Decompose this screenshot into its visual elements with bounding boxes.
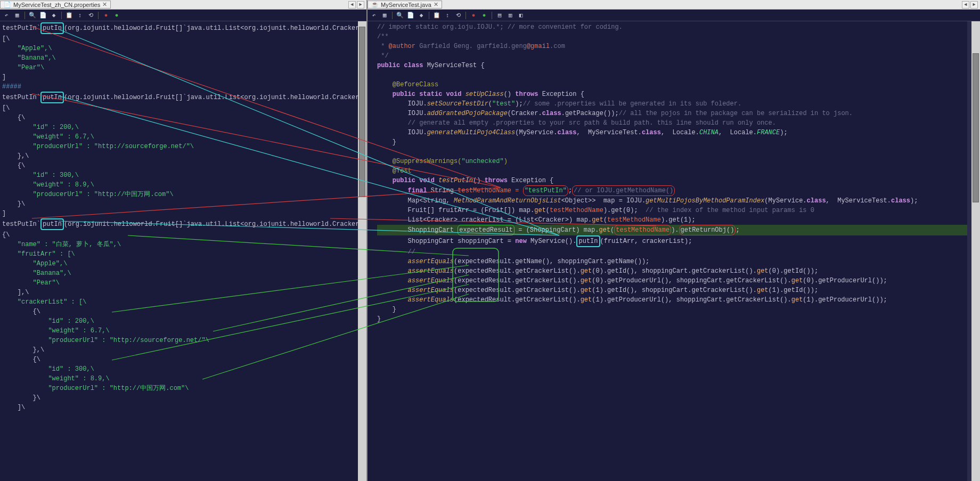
tool-clip-icon[interactable]: 📋 [65,11,74,20]
code-line: "name" : "白菜, 萝卜, 冬瓜",\ [2,241,121,248]
code-line: assertEquals(expectedResult.getCrackerLi… [377,296,887,304]
separator [24,12,25,19]
code-line: @BeforeClass [377,81,438,88]
tab-title: MyServiceTest.java [381,2,431,8]
putIn-box: putIn [40,92,64,103]
tool-mark-icon[interactable]: ◆ [417,11,426,20]
code-line: Map<String, MethodParamAndReturnObjsList… [377,197,918,205]
tool-doc-icon[interactable]: 📄 [406,11,415,20]
tool-run-icon[interactable]: ● [480,11,488,20]
code-line: // import static org.ioju.IOJU.*; // mor… [377,23,623,31]
code-line: assertEquals(expectedResult.getCrackerLi… [377,287,818,294]
code-line: @Test [377,167,412,175]
code-line: {\ [2,231,10,239]
file-icon: 📄 [4,1,11,8]
tab-prev-icon[interactable]: ◄ [962,1,969,9]
tool-doc-icon[interactable]: 📄 [39,11,47,20]
code-line: "weight" : 8.9,\ [2,375,110,382]
right-editor-pane: ☕ MyServiceTest.java ✕ ◄ ► ↶ ▦ 🔍 📄 ◆ 📋 ↕… [368,0,980,481]
code-line: "id" : 200,\ [2,124,79,131]
code-line: final String testMethodName = "testPutIn… [377,187,675,194]
code-line: },\ [2,152,29,160]
scrollbar-vertical[interactable] [971,21,980,481]
code-line: ##### [2,83,21,91]
scrollbar-thumb[interactable] [973,53,979,202]
tool-grid-icon[interactable]: ▦ [13,11,21,20]
code-line: "crackerList" : [\ [2,298,86,306]
left-code[interactable]: testPutIn`putIn(org.iojunit.helloworld.F… [0,21,366,413]
tool-sort-icon[interactable]: ↕ [443,11,452,20]
code-line: testPutIn`putIn(org.iojunit.helloworld.F… [2,25,366,32]
tool-search-icon[interactable]: 🔍 [396,11,404,20]
tool-mark-icon[interactable]: ◆ [50,11,58,20]
tool-refresh-icon[interactable]: ⟲ [86,11,95,20]
tool-run-icon[interactable]: ● [112,11,121,20]
code-line: @SuppressWarnings("unchecked") [377,158,508,165]
tab-prev-icon[interactable]: ◄ [348,1,356,9]
tool-extra1-icon[interactable]: ▤ [495,11,504,20]
tool-record-icon[interactable]: ● [102,11,110,20]
code-line: } [377,315,381,323]
right-editor[interactable]: // import static org.ioju.IOJU.*; // mor… [368,21,980,481]
tool-extra2-icon[interactable]: ▥ [506,11,514,20]
gutter [368,21,375,325]
expected-result-box: expectedResult [458,225,514,235]
code-line: "id" : 200,\ [2,317,94,325]
tool-record-icon[interactable]: ● [469,11,478,20]
code-line: "Pear"\ [2,64,44,71]
code-line: "producerUrl" : "http://sourceforge.net/… [2,337,209,344]
separator [98,12,99,19]
left-editor-pane: 📄 MyServiceTest_zh_CN.properties ✕ ◄ ► ↶… [0,0,368,481]
code-line: testPutIn`putIn(org.iojunit.helloworld.F… [2,94,366,101]
code-line: "weight" : 6.7,\ [2,133,94,141]
code-line: },\ [2,346,44,354]
close-icon[interactable]: ✕ [102,1,107,8]
right-code[interactable]: // import static org.ioju.IOJU.*; // mor… [375,21,980,325]
separator [61,12,62,19]
tool-undo-icon[interactable]: ↶ [370,11,378,20]
code-line: "weight" : 6.7,\ [2,327,110,335]
minimap[interactable] [967,21,971,481]
code-line: */ [377,52,389,60]
close-icon[interactable]: ✕ [434,1,438,8]
code-line: } [377,138,396,146]
comment-box: // or IOJU.getMethodName() [572,185,675,196]
code-line: assertEquals(expectedResult.getCrackerLi… [377,267,818,275]
tool-extra3-icon[interactable]: ◧ [517,11,525,20]
code-line: testPutIn`putIn(org.iojunit.helloworld.F… [2,221,366,228]
code-line: IOJU.addGrantedPojoPackage(Cracker.class… [377,110,853,117]
scrollbar-thumb[interactable] [359,27,365,197]
code-line: "producerUrl" : "http://sourceforge.net/… [2,143,194,150]
code-line: IOJU.setSourceTestDir("test");// some .p… [377,100,741,108]
code-line: {\ [2,162,25,169]
tab-next-icon[interactable]: ► [357,1,364,9]
code-line: Fruit[] fruitArr = (Fruit[]) map.get(tes… [377,207,814,214]
tool-clip-icon[interactable]: 📋 [432,11,441,20]
code-line: }\ [2,200,25,208]
left-editor[interactable]: testPutIn`putIn(org.iojunit.helloworld.F… [0,21,366,481]
code-line: * @author Garfield Geng. garfield.geng@g… [377,43,565,50]
code-line: ] [2,210,6,217]
tab-properties-file[interactable]: 📄 MyServiceTest_zh_CN.properties ✕ [0,1,111,9]
highlighted-line: ShoppingCart expectedResult = (ShoppingC… [377,225,978,235]
putIn-box: putIn [576,235,600,247]
code-line: "Banana",\ [2,270,71,277]
separator [429,12,429,19]
tab-next-icon[interactable]: ► [970,1,978,9]
code-line: ] [2,74,6,81]
code-line: ]\ [2,404,25,411]
tool-sort-icon[interactable]: ↕ [76,11,84,20]
getReturnObj-box: getReturnObj() [679,225,736,235]
code-line: public void testPutIn() throws Exception… [377,177,553,184]
right-toolbar: ↶ ▦ 🔍 📄 ◆ 📋 ↕ ⟲ ● ● ▤ ▥ ◧ [368,10,980,21]
tool-grid-icon[interactable]: ▦ [380,11,389,20]
tool-undo-icon[interactable]: ↶ [2,11,11,20]
tab-java-file[interactable]: ☕ MyServiceTest.java ✕ [368,1,442,9]
code-line: "Apple",\ [2,260,67,267]
tool-refresh-icon[interactable]: ⟲ [454,11,462,20]
code-line: "id" : 300,\ [2,365,94,373]
tool-search-icon[interactable]: 🔍 [28,11,37,20]
code-line: "weight" : 8.9,\ [2,181,94,189]
tab-nav: ◄ ► [962,1,980,9]
scrollbar-vertical[interactable] [358,21,366,481]
